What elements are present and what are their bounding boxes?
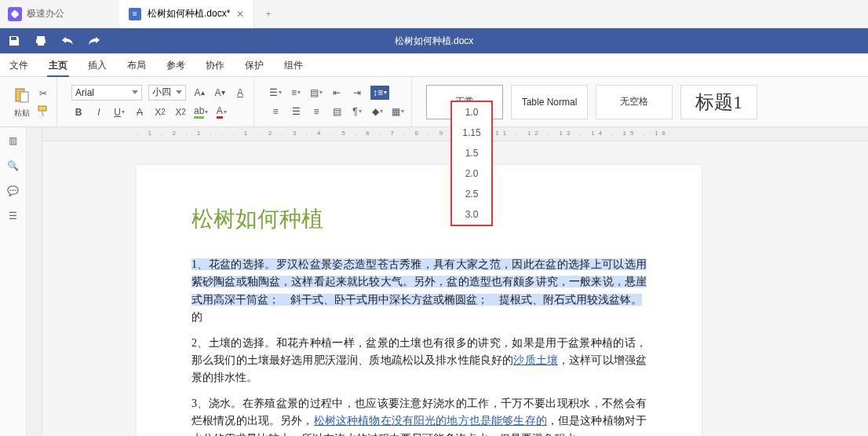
bullet-list-icon[interactable]: ☰▾ <box>268 86 283 100</box>
document-tab[interactable]: ≡ 松树如何种植.docx* ✕ <box>119 0 254 28</box>
comments-icon[interactable]: 💬 <box>7 185 19 196</box>
paragraph-2[interactable]: 2、土壤的选择。和花卉种植一样，盆景的土壤也有很多的讲究，如果是用于盆景种植的话… <box>191 335 647 387</box>
paragraph-1[interactable]: 1、花盆的选择。罗汉松盆景姿态造型苍古秀雅，具有大家之范，因此在盆的选择上可以选… <box>191 256 647 327</box>
link-sandy-soil[interactable]: 沙质土壤 <box>513 354 558 366</box>
svg-rect-0 <box>37 36 45 39</box>
menu-tab-7[interactable]: 组件 <box>283 55 305 76</box>
decrease-font-icon[interactable]: A▾ <box>213 86 227 100</box>
line-spacing-option-1.15[interactable]: 1.15 <box>452 123 491 143</box>
paste-icon <box>13 86 31 104</box>
line-spacing-menu: 1.01.151.52.02.53.0 <box>450 101 493 226</box>
cut-icon[interactable]: ✂ <box>36 86 50 101</box>
bold-icon[interactable]: B <box>71 105 86 119</box>
svg-rect-4 <box>20 92 28 102</box>
chevron-down-icon <box>176 90 182 94</box>
font-color-icon[interactable]: A▾ <box>214 105 228 119</box>
align-center-icon[interactable]: ☰ <box>289 104 303 119</box>
strikethrough-icon[interactable]: A <box>133 105 147 119</box>
close-icon[interactable]: ✕ <box>236 9 244 20</box>
style-3[interactable]: 标题1 <box>680 85 757 119</box>
align-left-icon[interactable]: ≡ <box>268 104 283 119</box>
line-spacing-button[interactable]: ↕≡▾ <box>370 86 389 100</box>
svg-rect-2 <box>38 42 44 46</box>
navigation-pane-icon[interactable]: ▥ <box>9 135 17 146</box>
line-spacing-option-1.0[interactable]: 1.0 <box>452 102 491 123</box>
paragraph-mark-icon[interactable]: ¶▾ <box>350 104 364 119</box>
font-group: Arial 小四 A▴ A▾ A B I U▾ A X2 X2 ab▾ A▾ <box>65 77 254 126</box>
underline-icon[interactable]: U▾ <box>112 105 126 119</box>
redo-icon[interactable] <box>88 35 100 47</box>
align-right-icon[interactable]: ≡ <box>309 104 323 119</box>
svg-rect-5 <box>38 106 46 111</box>
highlight-color-icon[interactable]: ab▾ <box>194 105 208 119</box>
app-brand: 极速办公 <box>0 7 72 21</box>
undo-icon[interactable] <box>61 35 74 47</box>
tab-title: 松树如何种植.docx* <box>148 7 230 20</box>
font-name-select[interactable]: Arial <box>71 85 142 101</box>
font-size-select[interactable]: 小四 <box>148 85 186 101</box>
menu-tab-6[interactable]: 保护 <box>243 55 265 76</box>
italic-icon[interactable]: I <box>92 105 106 119</box>
print-icon[interactable] <box>35 35 47 47</box>
increase-font-icon[interactable]: A▴ <box>192 86 206 100</box>
decrease-indent-icon[interactable]: ⇤ <box>330 86 344 100</box>
titlebar: 极速办公 ≡ 松树如何种植.docx* ✕ ＋ <box>0 0 868 28</box>
format-painter-icon[interactable] <box>36 104 50 118</box>
superscript-icon[interactable]: X2 <box>153 105 167 119</box>
style-1[interactable]: Table Normal <box>511 85 588 119</box>
paste-button[interactable]: 粘贴 <box>13 86 31 119</box>
align-justify-icon[interactable]: ▤ <box>330 104 344 119</box>
search-icon[interactable]: 🔍 <box>7 160 19 171</box>
document-title[interactable]: 松树如何种植 <box>191 204 647 234</box>
new-tab-button[interactable]: ＋ <box>254 7 283 20</box>
link-pine-survive[interactable]: 松树这种植物在没有阳光的地方也是能够生存的 <box>314 415 547 427</box>
side-toolbar: ▥ 🔍 💬 ☰ <box>0 127 27 436</box>
style-2[interactable]: 无空格 <box>596 85 673 119</box>
shading-icon[interactable]: ◆▾ <box>370 104 385 119</box>
borders-icon[interactable]: ▦▾ <box>391 104 405 119</box>
font-size-value: 小四 <box>152 86 171 99</box>
selected-text: 1、花盆的选择。罗汉松盆景姿态造型苍古秀雅，具有大家之范，因此在盆的选择上可以选… <box>191 258 647 306</box>
outline-icon[interactable]: ☰ <box>9 211 17 222</box>
ribbon: 粘贴 ✂ Arial 小四 A▴ A▾ A B I U▾ A X2 X2 ab▾ <box>0 77 868 127</box>
multilevel-list-icon[interactable]: ▤▾ <box>309 86 323 100</box>
doc-icon: ≡ <box>129 8 141 20</box>
quick-access-bar: 松树如何种植.docx <box>0 28 868 53</box>
page: 松树如何种植 1、花盆的选择。罗汉松盆景姿态造型苍古秀雅，具有大家之范，因此在盆… <box>137 165 702 436</box>
menu-tabs: 文件主页插入布局参考协作保护组件 <box>0 53 868 77</box>
vertical-ruler <box>27 127 42 436</box>
work-area: ▥ 🔍 💬 ☰ . 1 . 2 . 1 . . . 1 . 2 . 3 . 4 … <box>0 127 868 436</box>
save-icon[interactable] <box>8 35 20 47</box>
line-spacing-option-2.5[interactable]: 2.5 <box>452 184 491 204</box>
menu-tab-2[interactable]: 插入 <box>86 55 108 76</box>
paragraph-1-trail: 的 <box>191 311 202 323</box>
clear-formatting-icon[interactable]: A <box>233 86 247 100</box>
line-spacing-option-3.0[interactable]: 3.0 <box>452 204 491 225</box>
menu-tab-1[interactable]: 主页 <box>47 55 69 76</box>
paragraph-group: ☰▾ ≡▾ ▤▾ ⇤ ⇥ ↕≡▾ ≡ ☰ ≡ ▤ ¶▾ ◆▾ ▦▾ <box>262 77 412 126</box>
clipboard-group: 粘贴 ✂ <box>6 77 57 126</box>
app-brand-text: 极速办公 <box>27 7 64 20</box>
menu-tab-0[interactable]: 文件 <box>8 55 30 76</box>
increase-indent-icon[interactable]: ⇥ <box>350 86 364 100</box>
line-spacing-option-2.0[interactable]: 2.0 <box>452 163 491 184</box>
menu-tab-5[interactable]: 协作 <box>204 55 226 76</box>
menu-tab-4[interactable]: 参考 <box>165 55 187 76</box>
paste-label: 粘贴 <box>14 108 30 119</box>
app-logo-icon <box>8 7 22 21</box>
chevron-down-icon <box>132 90 138 94</box>
ruler-marks: . 1 . 2 . 1 . . . 1 . 2 . 3 . 4 . 5 . 6 … <box>137 130 669 137</box>
paragraph-3[interactable]: 3、浇水。在养殖盆景的过程中，也应该要注意好浇水的工作，千万不要出现积水，不然会… <box>191 395 647 436</box>
numbered-list-icon[interactable]: ≡▾ <box>289 86 303 100</box>
menu-tab-3[interactable]: 布局 <box>126 55 148 76</box>
subscript-icon[interactable]: X2 <box>173 105 188 119</box>
line-spacing-option-1.5[interactable]: 1.5 <box>452 143 491 163</box>
window-title: 松树如何种植.docx <box>395 35 474 48</box>
font-name-value: Arial <box>75 87 94 98</box>
